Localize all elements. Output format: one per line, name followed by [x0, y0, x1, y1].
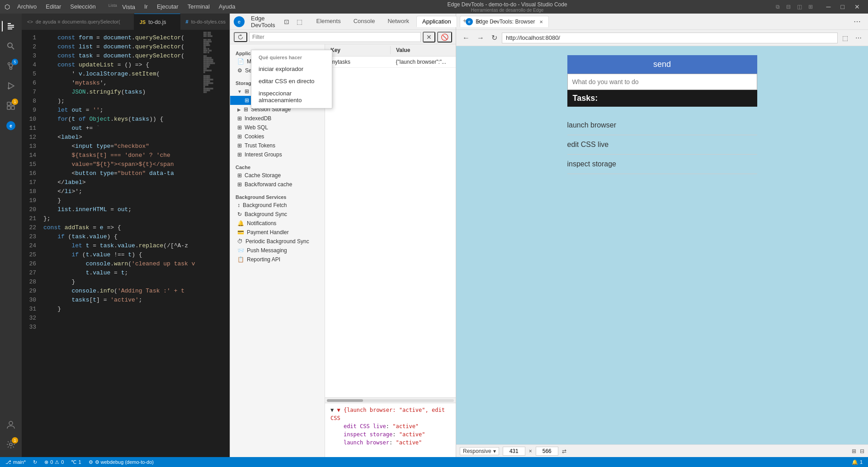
context-menu-item-2[interactable]: inspeccionar almacenamiento: [251, 87, 332, 106]
nav-push-messaging[interactable]: 📨 Push Messaging: [230, 246, 325, 255]
menu-selection[interactable]: Selección: [66, 2, 99, 11]
status-info[interactable]: ℃ 1: [69, 459, 83, 465]
responsive-label: Responsive: [463, 448, 491, 454]
debug-label: ⚙ webdebug (demo-to-do): [95, 459, 154, 465]
dt-tab-application[interactable]: Application: [416, 16, 457, 27]
context-menu-item-1[interactable]: editar CSS en directo: [251, 75, 332, 87]
menu-file[interactable]: Archivo: [14, 2, 40, 11]
activity-edge-devtools[interactable]: e: [2, 117, 20, 135]
layout-icon[interactable]: ⧉: [776, 4, 780, 10]
nav-back-forward-cache[interactable]: ⊞ Back/forward cache: [230, 180, 325, 189]
task-input[interactable]: [567, 74, 757, 90]
editor-tab-1[interactable]: JS to-do.js ✕: [134, 14, 180, 30]
activity-search[interactable]: [2, 37, 20, 55]
editor-area: <> de ayuda ≡ documento.querySelector( ✕…: [22, 14, 230, 457]
send-button[interactable]: send: [567, 55, 757, 74]
devtools-header: e Edge DevTools ⊡ ⬚ Elements Console Net…: [230, 14, 456, 30]
main-container: 5 1 e 1 <> de ayuda ≡ documento.query: [0, 14, 868, 457]
close-button[interactable]: ✕: [851, 2, 863, 11]
fit-page-icon[interactable]: ⊞: [852, 448, 856, 454]
nav-interest-groups[interactable]: ⊞ Interest Groups: [230, 150, 325, 159]
table-row[interactable]: mytasks {"launch browser":"...: [325, 57, 456, 68]
title-bar-title: Edge DevTools - demo-to-do - Visual Stud…: [239, 1, 775, 13]
sidebar-icon[interactable]: ◫: [797, 4, 802, 10]
zoom-out-icon[interactable]: ⊟: [860, 448, 864, 454]
reload-button[interactable]: ↻: [489, 33, 500, 43]
tab-icon-js: JS: [140, 19, 146, 25]
refresh-storage-button[interactable]: [234, 32, 247, 42]
browser-tab-close[interactable]: ✕: [539, 19, 543, 24]
nav-background-sync[interactable]: ↻ Background Sync: [230, 210, 325, 219]
screenshot-button[interactable]: ⬚: [840, 33, 851, 42]
address-bar[interactable]: [502, 33, 838, 43]
devtools-inspect-icon[interactable]: ⊡: [281, 17, 292, 26]
menu-help[interactable]: Ayuda: [215, 2, 239, 11]
maximize-button[interactable]: □: [837, 2, 848, 11]
browser-more-button[interactable]: ⋯: [853, 33, 864, 42]
nav-indexeddb[interactable]: ⊞ IndexedDB: [230, 114, 325, 123]
activity-bar: 5 1 e 1: [0, 14, 22, 457]
menu-view[interactable]: Lista Vista: [101, 2, 139, 11]
activity-settings[interactable]: 1: [2, 435, 20, 453]
dt-tab-add[interactable]: ＋: [459, 16, 471, 27]
menu-terminal[interactable]: Terminal: [184, 2, 213, 11]
scrollbar-thumb[interactable]: [327, 399, 363, 402]
nav-background-fetch[interactable]: ↕ Background Fetch: [230, 201, 325, 210]
activity-explorer[interactable]: [2, 17, 20, 35]
back-button[interactable]: ←: [460, 33, 472, 43]
devtools-browser-more[interactable]: ⋯: [850, 16, 864, 27]
nav-payment-handler[interactable]: 💳 Payment Handler: [230, 228, 325, 237]
menu-go[interactable]: Ir: [141, 2, 151, 11]
width-input[interactable]: [503, 447, 525, 456]
status-debug[interactable]: ⚙ ⚙ webdebug (demo-to-do): [87, 459, 156, 465]
devtools-screencast-icon[interactable]: ⬚: [294, 17, 305, 26]
svg-point-4: [8, 43, 12, 47]
todo-widget: send Tasks:: [567, 55, 757, 107]
nav-periodic-background-sync[interactable]: ⏱ Periodic Background Sync: [230, 237, 325, 246]
status-sync[interactable]: ↻: [31, 459, 39, 465]
dt-tab-console[interactable]: Console: [348, 16, 381, 27]
nav-cache-storage[interactable]: ⊞ Cache Storage: [230, 171, 325, 180]
editor-tab-0[interactable]: <> de ayuda ≡ documento.querySelector( ✕: [22, 14, 134, 30]
context-menu-title: Qué quieres hacer: [251, 52, 332, 63]
rotate-icon[interactable]: ⇄: [562, 448, 566, 454]
status-errors[interactable]: ⊗ 0 ⚠ 0: [42, 459, 66, 465]
cell-key: mytasks: [325, 58, 391, 66]
clear-filter-button[interactable]: ✕: [423, 32, 435, 42]
grid-icon[interactable]: ⊞: [808, 4, 813, 10]
scrollbar-track: [327, 399, 454, 402]
devtools-close-button[interactable]: ✕: [473, 17, 484, 26]
status-notifications[interactable]: 🔔 1: [850, 459, 864, 465]
height-input[interactable]: [536, 447, 558, 456]
devtools-panel-title: Edge DevTools: [251, 15, 275, 28]
dt-tab-network[interactable]: Network: [382, 16, 415, 27]
info-count: 1: [78, 459, 81, 465]
warning-count: 0: [61, 459, 64, 465]
devtools-more-button[interactable]: ⋯: [489, 17, 500, 26]
tab-icon-code: <>: [27, 19, 33, 24]
dt-tab-elements[interactable]: Elements: [311, 16, 346, 27]
menu-run[interactable]: Ejecutar: [153, 2, 182, 11]
json-view: ▼ ▼ {launch browser: "active", edit CSS …: [325, 403, 456, 457]
menu-edit[interactable]: Editar: [42, 2, 65, 11]
delete-storage-button[interactable]: 🚫: [437, 32, 452, 42]
horizontal-scrollbar[interactable]: [325, 397, 456, 403]
filter-input[interactable]: [249, 32, 421, 42]
activity-extensions[interactable]: 1: [2, 97, 20, 115]
context-menu-item-0[interactable]: iniciar explorador: [251, 63, 332, 75]
activity-account[interactable]: [2, 415, 20, 434]
nav-cookies[interactable]: ⊞ Cookies: [230, 132, 325, 141]
nav-notifications[interactable]: 🔔 Notifications: [230, 219, 325, 228]
minimize-button[interactable]: ─: [823, 2, 835, 11]
json-line-4: launch browser: "active": [330, 439, 450, 447]
nav-trust-tokens[interactable]: ⊞ Trust Tokens: [230, 141, 325, 150]
panel-icon[interactable]: ⊟: [786, 4, 791, 10]
nav-web-sql[interactable]: ⊞ Web SQL: [230, 123, 325, 132]
activity-source-control[interactable]: 5: [2, 57, 20, 75]
forward-button[interactable]: →: [474, 33, 487, 43]
responsive-selector[interactable]: Responsive ▾: [460, 447, 499, 455]
status-branch[interactable]: ⎇ main*: [4, 459, 28, 465]
column-value: Value: [391, 46, 456, 54]
nav-reporting-api[interactable]: 📋 Reporting API: [230, 255, 325, 264]
activity-run[interactable]: [2, 77, 20, 95]
